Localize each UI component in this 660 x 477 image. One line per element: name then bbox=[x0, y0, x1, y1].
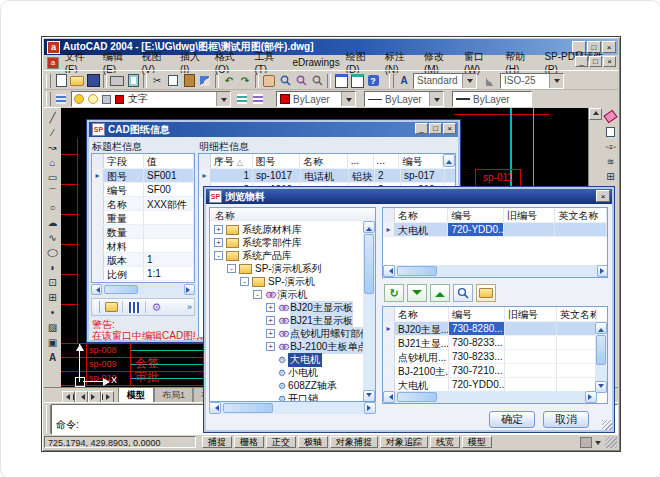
toggle-otrack[interactable]: 对象追踪 bbox=[380, 436, 428, 448]
scrollbar-thumb[interactable] bbox=[397, 392, 437, 402]
mdi-close-button[interactable]: × bbox=[603, 56, 616, 67]
copy-button[interactable] bbox=[165, 73, 181, 88]
arc-button[interactable]: ⌒ bbox=[45, 185, 61, 200]
field-row[interactable]: 材料 bbox=[92, 239, 194, 253]
field-row[interactable]: 比例 1:1 bbox=[92, 267, 194, 281]
dropdown-arrow-icon[interactable] bbox=[216, 92, 230, 106]
field-row[interactable]: 重量 bbox=[92, 211, 194, 225]
col-old-code[interactable]: 旧编号 bbox=[505, 307, 557, 321]
open-form-button[interactable] bbox=[103, 300, 119, 315]
tree-item[interactable]: +系统零部件库 bbox=[210, 236, 375, 249]
bom-row[interactable]: 点钞机用... 730-8233... bbox=[383, 350, 607, 364]
tree-item[interactable]: ⚙大电机 bbox=[210, 353, 375, 366]
tree-item[interactable]: +⚙⚙BJ20主显示板 bbox=[210, 301, 375, 314]
mdi-restore-button[interactable]: □ bbox=[589, 56, 602, 67]
scroll-right-button[interactable] bbox=[364, 402, 376, 414]
toggle-grid[interactable]: 栅格 bbox=[234, 436, 264, 448]
hatch-button[interactable]: ▨ bbox=[45, 320, 61, 335]
lineweight-combo[interactable]: ByLayer bbox=[452, 91, 532, 107]
add-gear-button[interactable]: ⚙ bbox=[149, 300, 165, 315]
tree-item[interactable]: -SP-演示机系列 bbox=[210, 262, 375, 275]
barcode-button[interactable] bbox=[126, 300, 142, 315]
bom-row[interactable]: ▸ BJ20主显... 730-8280... bbox=[383, 322, 607, 336]
construction-line-button[interactable]: ∕ bbox=[45, 125, 61, 140]
make-block-button[interactable]: ⊞ bbox=[45, 290, 61, 305]
new-button[interactable] bbox=[53, 73, 69, 88]
browse-close-button[interactable]: × bbox=[596, 190, 610, 202]
col-name[interactable]: 名称 bbox=[395, 208, 449, 222]
grid-hscrollbar[interactable] bbox=[383, 265, 608, 277]
tree-item[interactable]: ⚙小电机 bbox=[210, 366, 375, 379]
array-button[interactable]: ⊞ bbox=[603, 169, 619, 184]
scroll-up-button[interactable] bbox=[589, 108, 602, 120]
material-row[interactable]: ▸ 大电机 720-YDD0... bbox=[383, 223, 607, 237]
detail-row[interactable]: ▸ 1 sp-1017 电话机 铝块 2 sp-017 bbox=[199, 169, 455, 183]
toolbar-overflow-icon[interactable]: » bbox=[187, 302, 194, 312]
col-en-name[interactable]: 英文名称 bbox=[555, 208, 607, 222]
dropdown-arrow-icon[interactable] bbox=[462, 74, 476, 88]
tree-item[interactable]: -SP-演示机 bbox=[210, 275, 375, 288]
tray-icon[interactable] bbox=[580, 437, 592, 448]
polygon-button[interactable]: ⌂ bbox=[45, 155, 61, 170]
scroll-up-button[interactable] bbox=[595, 322, 607, 334]
layer-manager-button[interactable] bbox=[53, 92, 69, 107]
scrollbar-thumb[interactable] bbox=[596, 335, 606, 365]
field-row[interactable]: 名称 XXX部件 bbox=[92, 197, 194, 211]
tab-model[interactable]: 模型 bbox=[118, 387, 154, 403]
text-style-combo[interactable]: Standard bbox=[413, 73, 477, 89]
mirror-button[interactable]: ◅▻ bbox=[603, 139, 619, 154]
zoom-previous-button[interactable] bbox=[309, 73, 325, 88]
field-grid-hscrollbar[interactable] bbox=[91, 284, 195, 295]
properties-button[interactable] bbox=[333, 73, 349, 88]
revision-cloud-button[interactable]: ☁ bbox=[45, 215, 61, 230]
offset-button[interactable]: ≋ bbox=[603, 154, 619, 169]
tree-header[interactable]: 名称 bbox=[209, 207, 376, 222]
col-value[interactable]: 值 bbox=[144, 154, 194, 168]
mdi-minimize-button[interactable]: _ bbox=[575, 56, 588, 67]
layer-previous-button[interactable] bbox=[250, 92, 266, 107]
tree-item[interactable]: ⚙608ZZ轴承 bbox=[210, 379, 375, 392]
scrollbar-thumb[interactable] bbox=[104, 285, 138, 294]
match-properties-button[interactable] bbox=[197, 73, 213, 88]
scroll-right-button[interactable] bbox=[597, 265, 608, 277]
col-field[interactable]: 字段 bbox=[104, 154, 144, 168]
dialog-close-button[interactable]: × bbox=[443, 123, 456, 134]
color-combo[interactable]: ByLayer bbox=[276, 91, 356, 107]
bom-hscrollbar[interactable] bbox=[383, 391, 597, 403]
dim-style-combo[interactable]: ISO-25 bbox=[500, 73, 564, 89]
erase-button[interactable] bbox=[603, 109, 619, 124]
dialog-resize-grip[interactable] bbox=[602, 420, 612, 430]
ellipse-arc-button[interactable]: ◗ bbox=[45, 260, 61, 275]
field-row[interactable]: 编号 SF00 bbox=[92, 183, 194, 197]
open-form-button[interactable] bbox=[476, 284, 496, 302]
toggle-lwt[interactable]: 线宽 bbox=[430, 436, 460, 448]
circle-button[interactable]: ○ bbox=[45, 200, 61, 215]
document-icon[interactable]: a bbox=[47, 57, 59, 69]
tray-arrow-icon[interactable] bbox=[595, 441, 601, 448]
search-button[interactable] bbox=[453, 284, 473, 302]
bom-row[interactable]: BJ21主显... 730-8233... bbox=[383, 336, 607, 350]
plot-button[interactable] bbox=[109, 73, 125, 88]
toggle-model[interactable]: 模型 bbox=[462, 436, 492, 448]
tree-item[interactable]: ⚙开口销 bbox=[210, 392, 375, 402]
help-button[interactable]: ? bbox=[365, 73, 381, 88]
toolbar-grip[interactable] bbox=[389, 74, 394, 88]
linetype-combo[interactable]: ByLayer bbox=[364, 91, 444, 107]
scroll-left-button[interactable] bbox=[383, 391, 395, 403]
point-button[interactable]: • bbox=[45, 305, 61, 320]
lock-icon[interactable] bbox=[102, 95, 111, 104]
tree-hscrollbar[interactable] bbox=[209, 402, 376, 414]
toggle-polar[interactable]: 极轴 bbox=[298, 436, 328, 448]
spline-button[interactable]: ∿ bbox=[45, 230, 61, 245]
mtext-button[interactable]: A bbox=[45, 350, 61, 365]
browse-title-bar[interactable]: SP 浏览物料 × bbox=[206, 189, 612, 204]
bom-vscrollbar[interactable] bbox=[595, 322, 607, 393]
bom-row[interactable]: BJ-2100主... 730-7210... bbox=[383, 364, 607, 378]
tree-item[interactable]: -系统产品库 bbox=[210, 249, 375, 262]
toolbar-grip[interactable] bbox=[46, 74, 51, 88]
scroll-right-button[interactable] bbox=[184, 284, 195, 295]
dialog-maximize-button[interactable]: □ bbox=[429, 123, 442, 134]
copy-object-button[interactable] bbox=[603, 124, 619, 139]
tree-item[interactable]: +⚙⚙BJ21主显示板 bbox=[210, 314, 375, 327]
cancel-button[interactable]: 取消 bbox=[543, 411, 589, 428]
